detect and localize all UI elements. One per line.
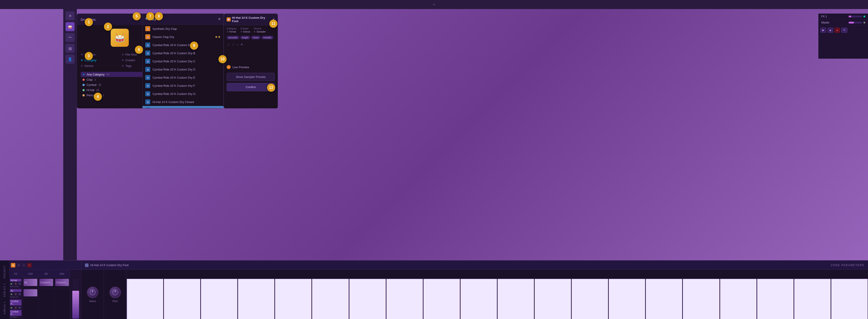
fx-controls-record[interactable]: ● <box>835 28 840 33</box>
rating-circle-2[interactable]: ○ <box>236 42 239 47</box>
result-cymbal-dry-d[interactable]: ▦ Cymbal Ride 20 K Custom Dry D <box>143 65 223 73</box>
show-sampler-presets-button[interactable]: Show Sampler Presets <box>226 73 275 81</box>
white-key[interactable] <box>460 279 497 319</box>
detail-close-button[interactable]: × <box>272 17 275 22</box>
close-track-button[interactable]: ✕ <box>27 263 32 267</box>
sidebar-icon-waveform[interactable]: 〜 <box>65 33 74 42</box>
m-btn[interactable]: M <box>18 282 22 286</box>
result-synthetic-dry-clap[interactable]: ▣ Synthetic Dry Clap <box>143 25 223 33</box>
volume-bar-container <box>72 279 79 319</box>
result-cymbal-dry-e[interactable]: ▦ Cymbal Ride 20 K Custom Dry E <box>143 73 223 82</box>
white-key[interactable] <box>386 279 423 319</box>
result-cymbal-dry-c[interactable]: ▦ Cymbal Ride 20 K Custom Dry C <box>143 57 223 65</box>
fx-controls-stop[interactable]: ■ <box>828 28 833 33</box>
seq-track-grid: A1 Cymbal A... Cymbal A... <box>23 278 70 319</box>
play-btn[interactable]: ▶ <box>10 282 13 286</box>
white-key[interactable] <box>757 279 794 319</box>
track-cell-a1[interactable]: A1 ▶ S M Snare AS... <box>9 288 22 299</box>
s-btn[interactable]: S <box>14 282 18 286</box>
white-key[interactable] <box>646 279 682 319</box>
filter-location[interactable]: ✳ Location <box>81 52 118 57</box>
zone-content: Select Pitch <box>81 270 868 319</box>
play-btn-2[interactable]: ▶ <box>10 292 13 296</box>
result-icon: ▣ <box>145 34 150 39</box>
power-button[interactable]: ⏻ <box>11 263 16 267</box>
result-icon: ▣ <box>145 26 150 31</box>
top-bar: + <box>0 0 868 9</box>
rating-circle-1[interactable]: ○ <box>232 42 235 47</box>
result-hihat-closed[interactable]: ▦ Hi-Hat 14 K Custom Dry Closed <box>143 98 223 106</box>
piano-keyboard[interactable] <box>126 270 868 319</box>
white-key[interactable] <box>238 279 275 319</box>
m-btn-2[interactable]: M <box>18 292 22 296</box>
fx-controls-loop[interactable]: ⟳ <box>841 28 847 33</box>
pitch-knob[interactable] <box>110 287 121 298</box>
search-input[interactable] <box>152 18 216 21</box>
white-key[interactable] <box>275 279 312 319</box>
result-cymbal-dry-f[interactable]: ▦ Cymbal Ride 20 K Custom Dry F <box>143 82 223 90</box>
white-key[interactable] <box>201 279 238 319</box>
sidebar-icon-layers[interactable]: ▤ <box>65 44 74 53</box>
result-cymbal-dry-a[interactable]: ▦ Cymbal Ride 20 K Custom Dry A <box>143 41 223 49</box>
tag-bright[interactable]: bright <box>240 36 250 39</box>
m-btn-3[interactable]: M <box>18 306 22 310</box>
cell-cs2-t1[interactable]: A1 <box>23 278 38 288</box>
filter-device[interactable]: ✳ Device <box>81 63 118 68</box>
col-header-c2: C2 <box>9 270 22 278</box>
white-key[interactable] <box>312 279 349 319</box>
result-name: Cymbal Ride 20 K Custom Dry C <box>153 60 195 63</box>
white-key[interactable] <box>794 279 831 319</box>
white-key[interactable] <box>609 279 645 319</box>
white-key[interactable] <box>720 279 756 319</box>
track-cell-cymbal2[interactable]: Cymbal A... Hi-Hat A... <box>9 309 22 319</box>
cell-d2-t1[interactable]: Cymbal A... <box>38 278 54 288</box>
zone-icon <box>85 263 89 267</box>
meta-creator: Creator ✳ Genys <box>240 27 250 33</box>
white-key[interactable] <box>127 279 163 319</box>
white-key[interactable] <box>497 279 534 319</box>
filter-category[interactable]: ✳ Category <box>81 58 118 63</box>
tag-acoustic[interactable]: acoustic <box>226 36 239 39</box>
rating-star[interactable]: ☆ <box>226 42 230 47</box>
bottom-area: PROJECT ASM KIT 1 ASM kit 1 ⏻ ⚙ ≡ ✕ C2 H… <box>0 260 868 319</box>
collapse-button[interactable]: ≡ <box>22 263 26 267</box>
sidebar-icon-asterisk[interactable]: ✳ <box>65 11 74 20</box>
track-cell-hihat[interactable]: Hi-Hat A... ▶ S M Percussio... <box>9 278 22 288</box>
result-name: Hi-Hat 14 K Custom Dry Closed <box>153 100 194 104</box>
confirm-button[interactable]: Confirm <box>226 83 275 91</box>
detail-panel: ▦ Hi-Hat 14 K Custom Dry Foot × Category… <box>224 13 278 108</box>
s-btn-3[interactable]: S <box>14 306 18 310</box>
select-knob[interactable] <box>87 287 98 298</box>
tag-metallic[interactable]: metallic <box>261 36 273 39</box>
play-btn-3[interactable]: ▶ <box>10 306 13 310</box>
result-cymbal-dry-g[interactable]: ▦ Cymbal Ride 20 K Custom Dry G <box>143 90 223 98</box>
tag-clean[interactable]: clean <box>251 36 260 39</box>
white-key[interactable] <box>423 279 460 319</box>
settings-button[interactable]: ⚙ <box>16 263 21 267</box>
white-key[interactable] <box>534 279 571 319</box>
meta-creator-value: ✳ Genys <box>240 30 250 33</box>
select-knob-area: Select <box>81 270 104 319</box>
meta-device-value: ✳ Sampler <box>254 30 266 33</box>
cell-ds2-t1[interactable]: Cymbal A... <box>54 278 70 288</box>
result-icon: ▦ <box>145 91 150 96</box>
cell-cs2-t2[interactable] <box>23 288 38 299</box>
fx-controls: ▶ ■ ● ⟳ <box>818 26 868 35</box>
track-cell-cymbal1[interactable]: Cymbal A... ▶ S M <box>9 299 22 309</box>
result-cymbal-dry-b[interactable]: ▦ Cymbal Ride 20 K Custom Dry B <box>143 49 223 57</box>
s-btn-2[interactable]: S <box>14 292 18 296</box>
white-key[interactable] <box>571 279 608 319</box>
fx-controls-play[interactable]: ▶ <box>820 28 826 33</box>
result-name: Cymbal Ride 20 K Custom Dry B <box>153 52 195 55</box>
white-key[interactable] <box>683 279 719 319</box>
white-key[interactable] <box>164 279 200 319</box>
meta-device: Device ✳ Sampler <box>254 27 266 33</box>
rating-plus[interactable]: + <box>241 42 243 47</box>
result-hihat-foot[interactable]: ▦ Hi-Hat 14 K Custom Dry Foot ★ <box>143 106 223 108</box>
sidebar-icon-drum[interactable]: 🥁 <box>65 22 74 31</box>
white-key[interactable] <box>831 279 868 319</box>
sidebar-icon-portrait[interactable]: 👤 <box>65 55 74 64</box>
result-classic-clap-dry[interactable]: ▣ Classic Clap Dry ★★ <box>143 33 223 41</box>
search-close-button[interactable]: × <box>218 17 221 22</box>
white-key[interactable] <box>349 279 386 319</box>
